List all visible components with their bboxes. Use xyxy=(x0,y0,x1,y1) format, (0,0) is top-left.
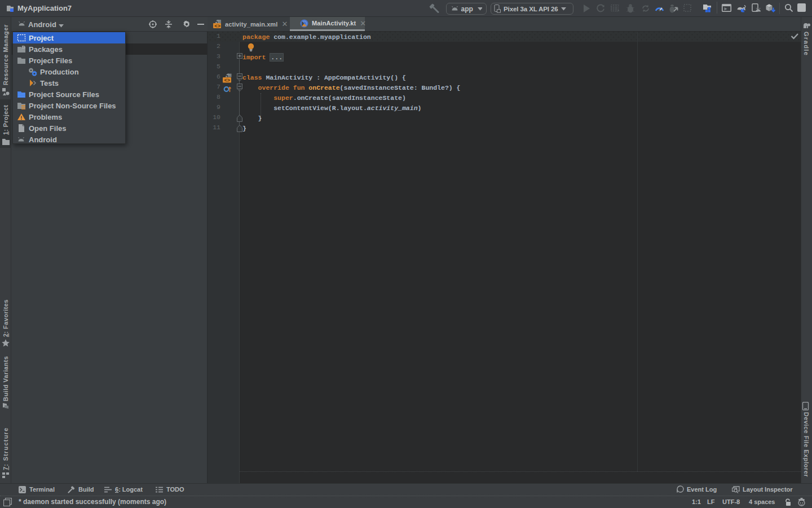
svg-text:<>: <> xyxy=(224,78,230,83)
svg-text:<>: <> xyxy=(214,24,220,29)
